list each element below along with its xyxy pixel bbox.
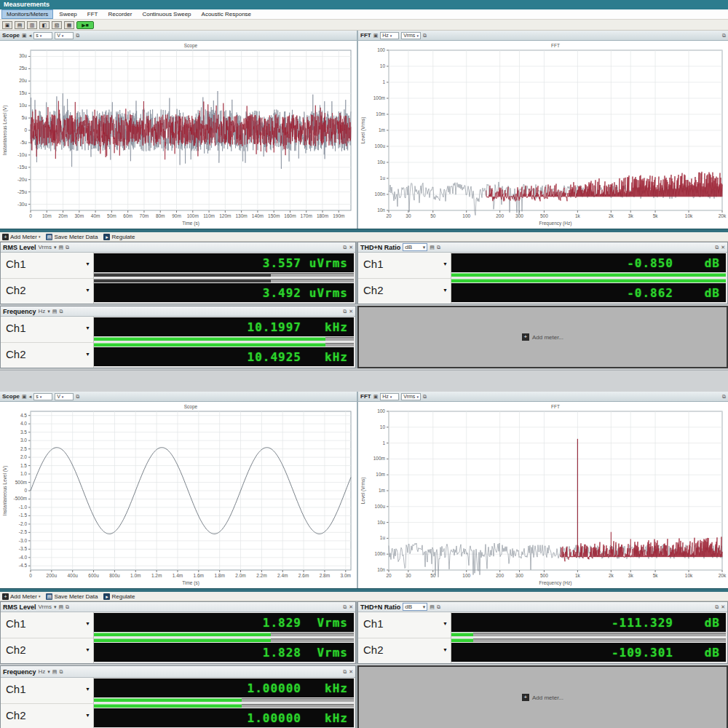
meter-close-icon[interactable]: ✕ <box>349 308 353 315</box>
meter-settings-icon[interactable]: ▤ <box>52 668 58 676</box>
save-meter-data-button[interactable]: ▤Save Meter Data <box>46 593 98 600</box>
save-meter-data-button[interactable]: ▤Save Meter Data <box>46 234 98 240</box>
meter-close-icon[interactable]: ✕ <box>721 244 725 251</box>
meter-popout-icon[interactable]: ⧉ <box>59 308 63 315</box>
tab-fft[interactable]: FFT <box>83 10 103 18</box>
axis-mode-icon[interactable]: ▣ <box>373 393 379 400</box>
add-meter-panel[interactable]: + Add meter... <box>357 665 728 728</box>
meter-popout-icon[interactable]: ⧉ <box>66 244 69 251</box>
channel-selector[interactable]: Ch2▼ <box>1 343 93 368</box>
svg-text:100m: 100m <box>373 456 385 461</box>
tab-monitors-meters[interactable]: Monitors/Meters <box>1 9 53 19</box>
popout-icon[interactable]: ⧉ <box>76 32 79 39</box>
left-arrow-icon[interactable]: ◂ <box>29 393 32 400</box>
maximize-icon[interactable]: ⧉ <box>722 393 726 400</box>
svg-text:5k: 5k <box>653 213 659 218</box>
unit-selector[interactable]: Vrms <box>39 604 52 610</box>
unit-selector[interactable]: Hz <box>39 308 46 314</box>
fft-y-unit-dropdown[interactable]: Vrms▾ <box>401 393 421 400</box>
scope-y-unit-dropdown[interactable]: V▾ <box>55 393 74 400</box>
channel-selector[interactable]: Ch2▼ <box>1 638 93 664</box>
meter-settings-icon[interactable]: ▤ <box>58 244 63 251</box>
unit-selector[interactable]: dB▾ <box>403 243 427 251</box>
unit-selector[interactable]: dB▾ <box>403 603 427 611</box>
channel-selector[interactable]: Ch1▼ <box>358 253 451 279</box>
axis-mode-icon[interactable]: ▣ <box>22 393 27 400</box>
run-toggle-button[interactable]: ▶■ <box>76 21 94 29</box>
meter-expand-icon[interactable]: ⧉ <box>715 244 719 251</box>
popout-icon[interactable]: ⧉ <box>76 393 79 400</box>
chevron-down-icon[interactable]: ▼ <box>443 647 448 652</box>
svg-text:5k: 5k <box>653 573 659 578</box>
channel-selector[interactable]: Ch1▼ <box>1 317 93 343</box>
chevron-down-icon[interactable]: ▼ <box>85 687 90 692</box>
popout-icon[interactable]: ⧉ <box>423 393 427 400</box>
meter-expand-icon[interactable]: ⧉ <box>343 308 347 315</box>
meter-close-icon[interactable]: ✕ <box>349 604 353 611</box>
channel-selector[interactable]: Ch1▼ <box>1 612 93 638</box>
channel-selector[interactable]: Ch1▼ <box>1 678 93 704</box>
regulate-button[interactable]: ▸Regulate <box>103 593 135 600</box>
meter-close-icon[interactable]: ✕ <box>349 668 353 676</box>
scope-x-unit-dropdown[interactable]: s▾ <box>33 393 52 400</box>
tab-acoustic-response[interactable]: Acoustic Response <box>197 10 256 18</box>
meter-close-icon[interactable]: ✕ <box>721 604 725 611</box>
channel-selector[interactable]: Ch2▼ <box>358 279 451 304</box>
fft-x-unit-dropdown[interactable]: Hz▾ <box>380 393 399 400</box>
meter-popout-icon[interactable]: ⧉ <box>59 668 63 676</box>
chevron-down-icon[interactable]: ▼ <box>85 325 90 331</box>
add-meter-button[interactable]: +Add Meter▾ <box>2 234 40 240</box>
meter-settings-icon[interactable]: ▤ <box>58 604 63 611</box>
add-meter-button[interactable]: +Add Meter▾ <box>2 593 40 600</box>
left-arrow-icon[interactable]: ◂ <box>29 32 32 39</box>
meter-expand-icon[interactable]: ⧉ <box>343 604 347 611</box>
fft-x-unit-dropdown[interactable]: Hz▾ <box>380 32 399 39</box>
tab-continuous-sweep[interactable]: Continuous Sweep <box>138 10 195 18</box>
maximize-icon[interactable]: ⧉ <box>722 32 726 39</box>
channel-selector[interactable]: Ch2▼ <box>1 704 93 728</box>
chevron-down-icon[interactable]: ▼ <box>85 288 90 293</box>
channel-selector[interactable]: Ch1▼ <box>1 253 93 279</box>
tab-sweep[interactable]: Sweep <box>55 10 81 18</box>
toolbar-icon-5[interactable]: ▧ <box>52 21 62 29</box>
channel-selector[interactable]: Ch2▼ <box>358 638 451 664</box>
meter-expand-icon[interactable]: ⧉ <box>343 668 347 676</box>
meter-popout-icon[interactable]: ⧉ <box>437 244 440 251</box>
chevron-down-icon[interactable]: ▼ <box>85 621 90 626</box>
scope-y-unit-dropdown[interactable]: V▾ <box>55 32 74 39</box>
meter-popout-icon[interactable]: ⧉ <box>66 604 69 611</box>
add-meter-panel[interactable]: + Add meter... <box>357 306 728 368</box>
chevron-down-icon[interactable]: ▼ <box>85 647 90 652</box>
regulate-button[interactable]: ▸Regulate <box>103 234 135 240</box>
meter-settings-icon[interactable]: ▤ <box>430 604 435 611</box>
meter-expand-icon[interactable]: ⧉ <box>715 604 719 611</box>
toolbar-icon-4[interactable]: ◧ <box>39 21 50 29</box>
toolbar-icon-3[interactable]: ▥ <box>27 21 37 29</box>
meter-settings-icon[interactable]: ▤ <box>430 244 435 251</box>
popout-icon[interactable]: ⧉ <box>423 32 427 39</box>
chevron-down-icon[interactable]: ▼ <box>443 261 448 266</box>
meter-popout-icon[interactable]: ⧉ <box>437 604 440 611</box>
chevron-down-icon[interactable]: ▼ <box>85 261 90 266</box>
meter-close-icon[interactable]: ✕ <box>349 244 353 251</box>
axis-mode-icon[interactable]: ▣ <box>22 32 27 39</box>
chevron-down-icon[interactable]: ▼ <box>85 713 90 718</box>
toolbar-icon-1[interactable]: ▣ <box>2 21 12 29</box>
channel-selector[interactable]: Ch1▼ <box>358 612 451 638</box>
unit-selector[interactable]: Vrms <box>39 244 52 250</box>
axis-mode-icon[interactable]: ▣ <box>373 32 379 39</box>
fft-y-unit-dropdown[interactable]: Vrms▾ <box>401 32 421 39</box>
svg-text:Scope: Scope <box>184 43 198 49</box>
meter-settings-icon[interactable]: ▤ <box>52 308 58 315</box>
unit-selector[interactable]: Hz <box>39 668 46 675</box>
meter-expand-icon[interactable]: ⧉ <box>343 244 347 251</box>
chevron-down-icon[interactable]: ▼ <box>443 621 448 626</box>
chevron-down-icon[interactable]: ▼ <box>443 288 448 293</box>
tab-recorder[interactable]: Recorder <box>104 10 137 18</box>
chevron-down-icon[interactable]: ▼ <box>85 352 90 357</box>
channel-selector[interactable]: Ch2▼ <box>1 279 93 304</box>
toolbar-icon-2[interactable]: ▤ <box>15 21 25 29</box>
svg-text:100u: 100u <box>375 504 386 509</box>
scope-x-unit-dropdown[interactable]: s▾ <box>33 32 52 39</box>
toolbar-icon-6[interactable]: ▦ <box>64 21 74 29</box>
